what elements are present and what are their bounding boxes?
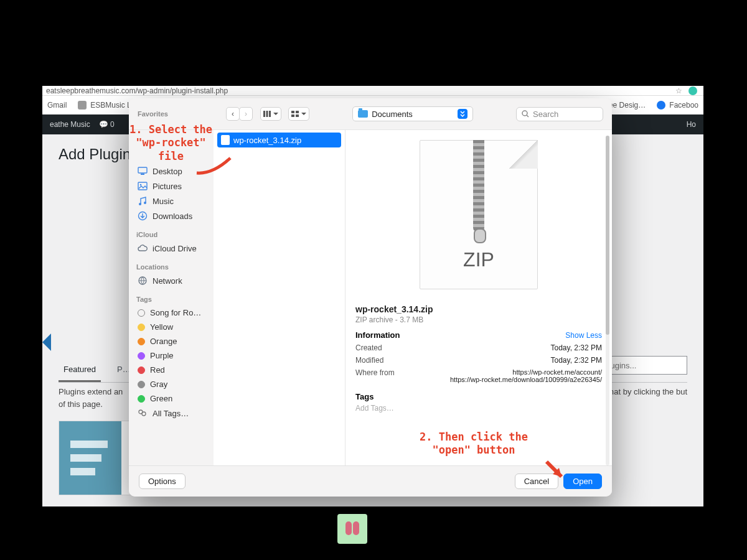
columns-icon (263, 111, 271, 117)
url-bar: eatsleepbreathemusic.com/wp-admin/plugin… (42, 86, 703, 96)
sidebar-tag-1[interactable]: Yellow (136, 320, 210, 334)
tag-dot-icon (138, 395, 145, 403)
sidebar-tag-5[interactable]: Gray (136, 377, 210, 391)
wherefrom-url-1: https://wp-rocket.me/account/ (450, 368, 602, 376)
tag-label: Song for Ro… (150, 308, 201, 317)
sidebar-tag-0[interactable]: Song for Ro… (136, 306, 210, 320)
all-tags-icon (138, 408, 148, 418)
tab-featured[interactable]: Featured (59, 358, 101, 382)
file-icon (221, 135, 230, 145)
file-list-column: wp-rocket_3.14.zip (214, 130, 345, 465)
info-created-value: Today, 2:32 PM (551, 343, 603, 352)
tag-label: Red (150, 365, 165, 375)
sidebar-tag-3[interactable]: Purple (136, 348, 210, 363)
annotation-step2: 2. Then click the "open" button (420, 431, 528, 457)
sidebar-group-tags: Tags (136, 296, 210, 303)
favorites-label: Favorites (138, 110, 218, 118)
tag-label: Green (150, 394, 172, 403)
annotation-arrow-2 (543, 458, 568, 483)
svg-point-14 (144, 202, 146, 204)
sidebar-item-all-tags[interactable]: All Tags… (136, 406, 210, 421)
dialog-sidebar: Desktop Pictures Music Downloads iCloud … (129, 130, 214, 465)
folder-icon (358, 110, 368, 118)
sidebar-tag-2[interactable]: Orange (136, 334, 210, 348)
preview-subtitle: ZIP archive - 3.7 MB (355, 315, 602, 324)
svg-rect-9 (138, 167, 147, 173)
tag-dot-icon (138, 309, 145, 317)
info-wherefrom-label: Where from (355, 368, 395, 377)
file-row-selected[interactable]: wp-rocket_3.14.zip (217, 133, 341, 147)
pictures-icon (138, 181, 148, 191)
show-less-link[interactable]: Show Less (565, 331, 602, 340)
svg-rect-4 (296, 111, 299, 113)
svg-rect-5 (291, 114, 294, 117)
svg-point-12 (140, 184, 142, 186)
bookmark-facebook[interactable]: Faceboo (657, 101, 698, 110)
tag-label: Gray (150, 380, 167, 389)
tag-label: Purple (150, 351, 174, 360)
options-button[interactable]: Options (139, 474, 186, 489)
network-icon (138, 276, 148, 286)
sidebar-item-music[interactable]: Music (136, 194, 210, 208)
sidebar-tag-4[interactable]: Red (136, 363, 210, 377)
wherefrom-url-2: https://wp-rocket.me/download/100999/a2e… (450, 376, 602, 383)
view-columns-button[interactable] (260, 107, 281, 121)
sidebar-tag-6[interactable]: Green (136, 391, 210, 406)
location-label: Documents (372, 110, 413, 119)
desktop-icon (138, 166, 148, 176)
search-icon (522, 110, 529, 118)
sidebar-item-pictures[interactable]: Pictures (136, 179, 210, 194)
preview-add-tags[interactable]: Add Tags… (355, 404, 602, 413)
svg-rect-1 (266, 111, 268, 117)
sidebar-item-icloud-drive[interactable]: iCloud Drive (136, 241, 210, 256)
svg-point-7 (522, 111, 527, 116)
sidebar-item-downloads[interactable]: Downloads (136, 208, 210, 223)
preview-pane: ZIP wp-rocket_3.14.zip ZIP archive - 3.7… (345, 130, 612, 465)
preview-tags-label: Tags (355, 392, 602, 401)
bookmark-star-icon[interactable]: ☆ (675, 86, 682, 96)
grid-icon (291, 111, 299, 117)
annotation-arrow-1 (194, 152, 239, 177)
file-name: wp-rocket_3.14.zip (233, 136, 301, 145)
info-modified-value: Today, 2:32 PM (551, 356, 603, 365)
tag-label: Orange (150, 337, 177, 346)
svg-rect-6 (296, 114, 299, 117)
tag-dot-icon (138, 324, 145, 331)
dialog-scrollbar[interactable] (606, 136, 609, 465)
svg-line-8 (527, 115, 529, 117)
headphones-icon (78, 101, 87, 110)
nav-forward-button[interactable]: › (239, 107, 253, 121)
downloads-icon (138, 211, 148, 221)
music-icon (138, 196, 148, 206)
wp-site-name[interactable]: eathe Music (50, 120, 90, 129)
nav-back-button[interactable]: ‹ (226, 107, 240, 121)
facebook-icon (657, 101, 665, 110)
profile-avatar[interactable] (688, 86, 697, 95)
sidebar-group-icloud: iCloud (136, 231, 210, 238)
open-button[interactable]: Open (563, 474, 602, 489)
location-chevron-icon (458, 109, 467, 119)
watermark-logo (337, 514, 367, 544)
dialog-footer: Options Cancel Open (129, 465, 612, 497)
preview-filename: wp-rocket_3.14.zip (355, 304, 602, 314)
bookmark-gmail[interactable]: Gmail (47, 101, 67, 110)
info-created-label: Created (355, 343, 382, 352)
svg-rect-2 (269, 111, 271, 117)
plugin-card-icon (59, 421, 121, 495)
svg-rect-0 (263, 111, 265, 117)
wp-comments-icon[interactable]: 💬 0 (99, 120, 115, 129)
sidebar-item-network[interactable]: Network (136, 273, 210, 288)
zip-thumbnail: ZIP (420, 140, 538, 289)
cloud-icon (138, 243, 148, 253)
wp-sidebar-collapse-icon[interactable] (42, 334, 51, 351)
dialog-search-input[interactable]: Search (516, 107, 603, 121)
info-label: Information (355, 330, 400, 340)
tag-dot-icon (138, 381, 145, 388)
tag-dot-icon (138, 366, 145, 374)
tag-dot-icon (138, 352, 145, 360)
sidebar-group-locations: Locations (136, 263, 210, 271)
info-modified-label: Modified (355, 356, 383, 365)
wp-howdy[interactable]: Ho (687, 120, 696, 129)
location-dropdown[interactable]: Documents (352, 106, 473, 121)
view-group-button[interactable] (288, 107, 309, 121)
